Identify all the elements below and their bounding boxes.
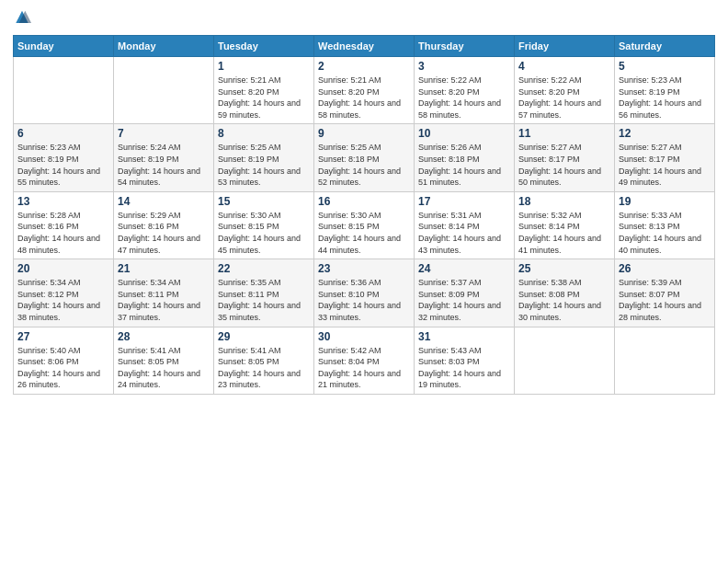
day-info: Sunrise: 5:33 AM Sunset: 8:13 PM Dayligh… (619, 210, 711, 256)
day-info: Sunrise: 5:30 AM Sunset: 8:15 PM Dayligh… (318, 210, 410, 256)
calendar-cell: 13Sunrise: 5:28 AM Sunset: 8:16 PM Dayli… (14, 191, 114, 259)
day-info: Sunrise: 5:32 AM Sunset: 8:14 PM Dayligh… (518, 210, 610, 256)
day-number: 30 (318, 330, 410, 343)
day-number: 21 (118, 262, 210, 275)
weekday-header-thursday: Thursday (415, 36, 515, 57)
calendar-cell: 28Sunrise: 5:41 AM Sunset: 8:05 PM Dayli… (114, 327, 214, 394)
calendar-cell: 6Sunrise: 5:23 AM Sunset: 8:19 PM Daylig… (14, 124, 114, 191)
calendar-table: SundayMondayTuesdayWednesdayThursdayFrid… (13, 35, 715, 395)
day-number: 22 (218, 262, 310, 275)
calendar-cell: 17Sunrise: 5:31 AM Sunset: 8:14 PM Dayli… (415, 191, 515, 259)
day-number: 1 (218, 60, 310, 73)
day-info: Sunrise: 5:21 AM Sunset: 8:20 PM Dayligh… (318, 75, 410, 121)
day-info: Sunrise: 5:21 AM Sunset: 8:20 PM Dayligh… (218, 75, 310, 121)
header (13, 9, 715, 28)
day-info: Sunrise: 5:23 AM Sunset: 8:19 PM Dayligh… (619, 75, 711, 121)
weekday-header-friday: Friday (515, 36, 615, 57)
day-info: Sunrise: 5:27 AM Sunset: 8:17 PM Dayligh… (619, 142, 711, 188)
weekday-header-monday: Monday (114, 36, 214, 57)
day-info: Sunrise: 5:36 AM Sunset: 8:10 PM Dayligh… (318, 277, 410, 323)
day-info: Sunrise: 5:26 AM Sunset: 8:18 PM Dayligh… (418, 142, 510, 188)
day-number: 29 (218, 330, 310, 343)
calendar-cell: 27Sunrise: 5:40 AM Sunset: 8:06 PM Dayli… (14, 327, 114, 394)
day-number: 12 (619, 127, 711, 140)
calendar-cell: 14Sunrise: 5:29 AM Sunset: 8:16 PM Dayli… (114, 191, 214, 259)
day-info: Sunrise: 5:28 AM Sunset: 8:16 PM Dayligh… (17, 210, 109, 256)
logo (13, 9, 33, 28)
day-number: 31 (418, 330, 510, 343)
calendar-cell: 30Sunrise: 5:42 AM Sunset: 8:04 PM Dayli… (314, 327, 415, 394)
day-number: 17 (418, 195, 510, 208)
day-number: 19 (619, 195, 711, 208)
day-number: 28 (118, 330, 210, 343)
calendar-cell: 25Sunrise: 5:38 AM Sunset: 8:08 PM Dayli… (515, 259, 615, 327)
day-number: 23 (318, 262, 410, 275)
calendar-cell: 15Sunrise: 5:30 AM Sunset: 8:15 PM Dayli… (214, 191, 314, 259)
calendar-cell: 26Sunrise: 5:39 AM Sunset: 8:07 PM Dayli… (615, 259, 715, 327)
day-info: Sunrise: 5:29 AM Sunset: 8:16 PM Dayligh… (118, 210, 210, 256)
calendar-week-row: 13Sunrise: 5:28 AM Sunset: 8:16 PM Dayli… (14, 191, 715, 259)
day-info: Sunrise: 5:38 AM Sunset: 8:08 PM Dayligh… (518, 277, 610, 323)
calendar-cell: 21Sunrise: 5:34 AM Sunset: 8:11 PM Dayli… (114, 259, 214, 327)
day-number: 27 (17, 330, 109, 343)
day-info: Sunrise: 5:25 AM Sunset: 8:18 PM Dayligh… (318, 142, 410, 188)
day-number: 9 (318, 127, 410, 140)
calendar-cell (14, 57, 114, 124)
calendar-cell: 23Sunrise: 5:36 AM Sunset: 8:10 PM Dayli… (314, 259, 415, 327)
calendar-cell: 29Sunrise: 5:41 AM Sunset: 8:05 PM Dayli… (214, 327, 314, 394)
day-number: 24 (418, 262, 510, 275)
day-info: Sunrise: 5:41 AM Sunset: 8:05 PM Dayligh… (218, 345, 310, 391)
calendar-cell: 3Sunrise: 5:22 AM Sunset: 8:20 PM Daylig… (415, 57, 515, 124)
calendar-cell: 31Sunrise: 5:43 AM Sunset: 8:03 PM Dayli… (415, 327, 515, 394)
calendar-cell: 20Sunrise: 5:34 AM Sunset: 8:12 PM Dayli… (14, 259, 114, 327)
calendar-week-row: 20Sunrise: 5:34 AM Sunset: 8:12 PM Dayli… (14, 259, 715, 327)
calendar-week-row: 27Sunrise: 5:40 AM Sunset: 8:06 PM Dayli… (14, 327, 715, 394)
weekday-header-saturday: Saturday (615, 36, 715, 57)
weekday-header-row: SundayMondayTuesdayWednesdayThursdayFrid… (14, 36, 715, 57)
calendar-cell: 10Sunrise: 5:26 AM Sunset: 8:18 PM Dayli… (415, 124, 515, 191)
day-number: 15 (218, 195, 310, 208)
day-number: 5 (619, 60, 711, 73)
calendar-cell: 18Sunrise: 5:32 AM Sunset: 8:14 PM Dayli… (515, 191, 615, 259)
day-info: Sunrise: 5:34 AM Sunset: 8:11 PM Dayligh… (118, 277, 210, 323)
calendar-cell: 22Sunrise: 5:35 AM Sunset: 8:11 PM Dayli… (214, 259, 314, 327)
day-number: 3 (418, 60, 510, 73)
calendar-cell: 2Sunrise: 5:21 AM Sunset: 8:20 PM Daylig… (314, 57, 415, 124)
day-number: 4 (518, 60, 610, 73)
day-info: Sunrise: 5:34 AM Sunset: 8:12 PM Dayligh… (17, 277, 109, 323)
day-info: Sunrise: 5:39 AM Sunset: 8:07 PM Dayligh… (619, 277, 711, 323)
day-number: 6 (17, 127, 109, 140)
calendar-cell: 7Sunrise: 5:24 AM Sunset: 8:19 PM Daylig… (114, 124, 214, 191)
calendar-cell: 24Sunrise: 5:37 AM Sunset: 8:09 PM Dayli… (415, 259, 515, 327)
day-info: Sunrise: 5:40 AM Sunset: 8:06 PM Dayligh… (17, 345, 109, 391)
calendar-cell (615, 327, 715, 394)
day-number: 25 (518, 262, 610, 275)
calendar-cell: 4Sunrise: 5:22 AM Sunset: 8:20 PM Daylig… (515, 57, 615, 124)
day-info: Sunrise: 5:25 AM Sunset: 8:19 PM Dayligh… (218, 142, 310, 188)
day-number: 11 (518, 127, 610, 140)
calendar-cell: 1Sunrise: 5:21 AM Sunset: 8:20 PM Daylig… (214, 57, 314, 124)
day-info: Sunrise: 5:22 AM Sunset: 8:20 PM Dayligh… (418, 75, 510, 121)
calendar-cell (114, 57, 214, 124)
day-info: Sunrise: 5:43 AM Sunset: 8:03 PM Dayligh… (418, 345, 510, 391)
day-number: 26 (619, 262, 711, 275)
calendar-week-row: 1Sunrise: 5:21 AM Sunset: 8:20 PM Daylig… (14, 57, 715, 124)
day-info: Sunrise: 5:31 AM Sunset: 8:14 PM Dayligh… (418, 210, 510, 256)
day-number: 20 (17, 262, 109, 275)
day-number: 2 (318, 60, 410, 73)
day-info: Sunrise: 5:24 AM Sunset: 8:19 PM Dayligh… (118, 142, 210, 188)
day-number: 10 (418, 127, 510, 140)
day-number: 8 (218, 127, 310, 140)
day-info: Sunrise: 5:42 AM Sunset: 8:04 PM Dayligh… (318, 345, 410, 391)
calendar-cell: 9Sunrise: 5:25 AM Sunset: 8:18 PM Daylig… (314, 124, 415, 191)
day-number: 14 (118, 195, 210, 208)
calendar-page: SundayMondayTuesdayWednesdayThursdayFrid… (0, 0, 728, 563)
day-number: 16 (318, 195, 410, 208)
weekday-header-sunday: Sunday (14, 36, 114, 57)
day-info: Sunrise: 5:22 AM Sunset: 8:20 PM Dayligh… (518, 75, 610, 121)
day-info: Sunrise: 5:35 AM Sunset: 8:11 PM Dayligh… (218, 277, 310, 323)
calendar-cell (515, 327, 615, 394)
calendar-cell: 19Sunrise: 5:33 AM Sunset: 8:13 PM Dayli… (615, 191, 715, 259)
day-info: Sunrise: 5:41 AM Sunset: 8:05 PM Dayligh… (118, 345, 210, 391)
logo-icon (13, 9, 31, 28)
